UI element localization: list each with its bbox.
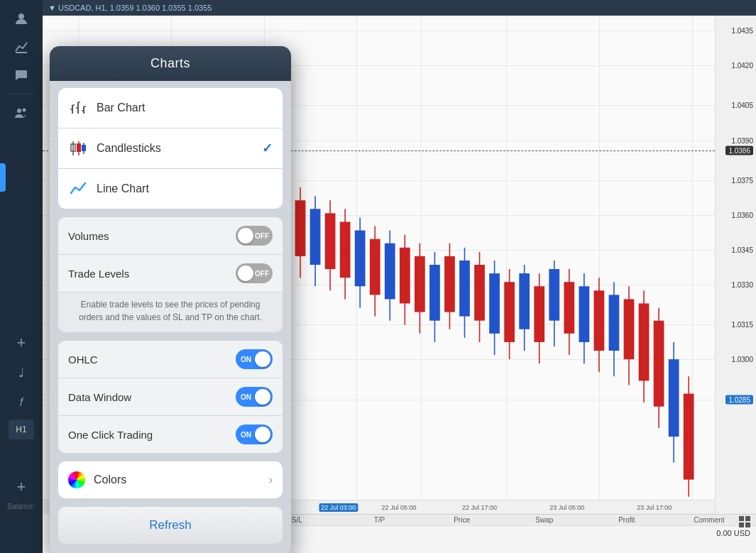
one-click-knob — [255, 427, 270, 442]
line-chart-label: Line Chart — [97, 182, 273, 195]
one-click-state: ON — [241, 431, 251, 439]
data-window-toggle[interactable]: ON — [236, 387, 273, 407]
line-chart-option[interactable]: Line Chart — [58, 169, 283, 209]
charts-modal: Charts — [50, 46, 291, 553]
chart-type-group: Bar Chart Candlesticks — [58, 88, 283, 209]
chevron-right-icon: › — [269, 473, 273, 486]
one-click-label: One Click Trading — [68, 429, 236, 441]
modal-overlay: Charts — [0, 0, 756, 553]
data-window-knob — [255, 389, 270, 405]
volumes-toggle[interactable]: OFF — [236, 226, 273, 246]
volumes-label: Volumes — [68, 230, 236, 242]
ohlc-knob — [255, 351, 270, 367]
colors-label: Colors — [94, 473, 269, 486]
bar-chart-icon — [68, 98, 88, 118]
trade-levels-toggle[interactable]: OFF — [236, 263, 273, 283]
bar-chart-label: Bar Chart — [97, 102, 273, 114]
ohlc-row: OHLC ON — [58, 341, 283, 378]
colors-row[interactable]: Colors › — [58, 461, 283, 498]
data-window-state: ON — [241, 393, 251, 401]
line-chart-icon — [68, 179, 88, 199]
trade-levels-info: Enable trade levels to see the prices of… — [58, 292, 283, 332]
ohlc-toggle[interactable]: ON — [236, 349, 273, 369]
bar-chart-option[interactable]: Bar Chart — [58, 88, 283, 128]
volumes-state: OFF — [255, 232, 269, 240]
data-window-label: Data Window — [68, 391, 236, 403]
modal-body: Bar Chart Candlesticks — [50, 81, 291, 553]
one-click-toggle[interactable]: ON — [236, 425, 273, 444]
svg-rect-104 — [77, 143, 81, 152]
svg-rect-106 — [82, 145, 86, 151]
data-window-row: Data Window ON — [58, 378, 283, 416]
trade-levels-state: OFF — [255, 270, 269, 278]
ohlc-label: OHLC — [68, 354, 236, 366]
volumes-trade-section: Volumes OFF Trade Levels OFF Enable trad… — [58, 217, 283, 332]
modal-title: Charts — [50, 46, 291, 81]
color-wheel-icon — [68, 471, 85, 488]
candlestick-icon — [68, 138, 88, 158]
volumes-row: Volumes OFF — [58, 217, 283, 255]
one-click-row: One Click Trading ON — [58, 416, 283, 453]
trade-levels-row: Trade Levels OFF — [58, 255, 283, 292]
trade-levels-label: Trade Levels — [68, 268, 236, 280]
candlesticks-checkmark: ✓ — [262, 141, 273, 156]
trade-levels-knob — [238, 265, 253, 281]
ohlc-state: ON — [241, 356, 251, 363]
candlesticks-option[interactable]: Candlesticks ✓ — [58, 128, 283, 169]
ohlc-section: OHLC ON Data Window ON One Click Trading — [58, 341, 283, 453]
volumes-knob — [238, 228, 253, 243]
refresh-button[interactable]: Refresh — [58, 507, 283, 544]
candlesticks-label: Candlesticks — [97, 142, 262, 155]
